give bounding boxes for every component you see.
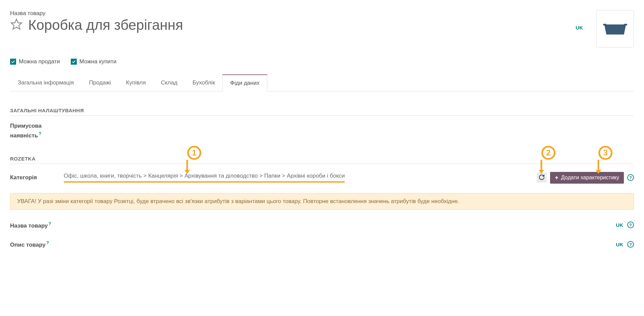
help-icon[interactable]: ? [627,174,634,181]
arrow-down-icon [183,160,191,174]
svg-marker-8 [596,170,601,174]
language-indicator[interactable]: UK [616,222,623,228]
add-characteristic-button[interactable]: + Додати характеристику [550,172,624,184]
product-name-field-label: Назва товару? [10,221,64,229]
tab-inventory[interactable]: Склад [153,74,185,91]
svg-marker-4 [184,170,190,174]
help-icon[interactable]: ? [39,131,41,136]
product-name-field-row: Назва товару? UK ? [10,221,634,229]
tab-general-info[interactable]: Загальна інформація [10,74,82,91]
title-row: Коробка для зберігання [10,17,576,33]
category-actions: + Додати характеристику ? [537,172,634,184]
annotation-3: 3 [598,146,612,160]
product-name-label: Назва товару [10,10,576,17]
arrow-down-icon [595,160,602,174]
help-icon[interactable]: ? [627,222,634,228]
language-indicator[interactable]: UK [576,25,583,30]
tabs: Загальна інформація Продажі Купівля Скла… [10,74,634,91]
svg-rect-1 [603,24,606,25]
annotation-2: 2 [541,146,555,160]
category-value-wrap: Офіс, школа, книги, творчість > Канцеляр… [64,173,537,183]
can-sell-checkbox[interactable]: Можна продати [10,58,60,65]
section-general-settings: ЗАГАЛЬНІ НАЛАШТУВАННЯ [10,108,634,116]
svg-rect-2 [624,24,627,25]
arrow-down-icon [538,160,545,174]
checkbox-row: Можна продати Можна купити [10,58,634,65]
can-buy-label: Можна купити [79,58,117,65]
forced-availability-field: Примусова наявність? [10,122,634,140]
tab-purchase[interactable]: Купівля [118,74,154,91]
tab-accounting[interactable]: Бухоблік [185,74,223,91]
category-label: Категорія [10,174,64,181]
help-icon[interactable]: ? [49,221,51,226]
tab-sales[interactable]: Продажі [81,74,118,91]
favorite-star-icon[interactable] [10,18,23,32]
can-buy-checkbox[interactable]: Можна купити [71,58,117,65]
annotation-1: 1 [187,146,201,160]
check-icon [10,59,16,65]
product-desc-field-row: Опис товару? UK ? [10,240,634,248]
refresh-button[interactable] [537,173,547,183]
svg-marker-6 [539,170,544,174]
page-title: Коробка для зберігання [28,17,183,33]
header-row: Назва товару Коробка для зберігання UK [10,10,634,48]
forced-availability-label: Примусова наявність? [10,122,57,140]
add-characteristic-label: Додати характеристику [561,175,619,181]
help-icon[interactable]: ? [627,241,634,248]
language-indicator[interactable]: UK [616,242,623,247]
help-icon[interactable]: ? [46,240,49,245]
can-sell-label: Можна продати [19,58,60,65]
check-icon [71,59,77,65]
header-left: Назва товару Коробка для зберігання [10,10,576,33]
refresh-icon [539,175,544,181]
warning-box: УВАГА! У разі зміни категорії товару Роз… [10,193,634,210]
product-desc-field-label: Опис товару? [10,240,64,248]
plus-icon: + [555,174,558,181]
category-breadcrumb[interactable]: Офіс, школа, книги, творчість > Канцеляр… [64,173,345,183]
svg-marker-0 [11,19,22,29]
product-image[interactable] [596,10,634,48]
tab-data-feeds[interactable]: Фіди даних [222,74,267,91]
